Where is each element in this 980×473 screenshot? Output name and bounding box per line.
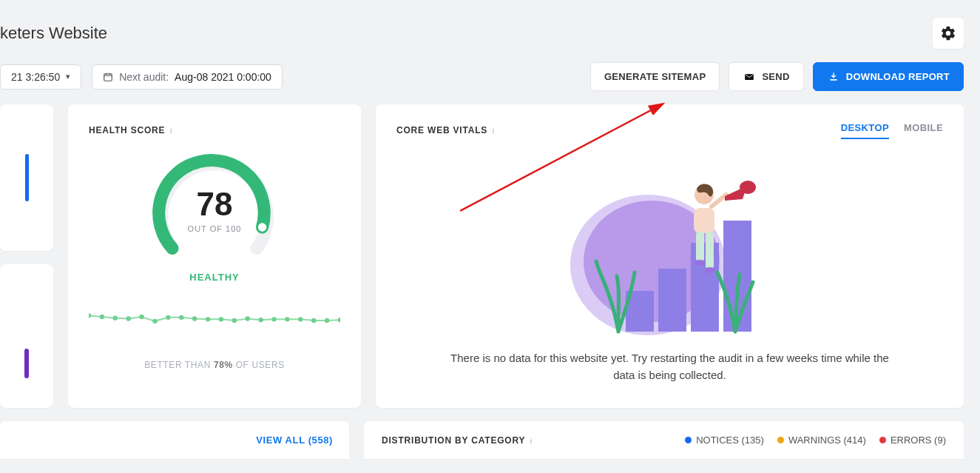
date-dropdown[interactable]: 21 3:26:50 ▾: [0, 64, 81, 90]
health-gauge: 78 OUT OF 100: [144, 143, 285, 269]
view-all-link[interactable]: VIEW ALL (558): [0, 421, 349, 459]
gear-icon: [940, 25, 956, 41]
svg-point-34: [695, 260, 705, 266]
health-score-card: HEALTH SCORE i 78 OUT OF 100 HEALTHY BET…: [68, 104, 361, 408]
svg-point-18: [271, 317, 276, 321]
distribution-card: DISTRIBUTION BY CATEGORY i NOTICES (135)…: [364, 421, 964, 459]
svg-rect-0: [104, 73, 112, 80]
download-report-label: DOWNLOAD REPORT: [846, 71, 950, 82]
svg-rect-33: [706, 232, 714, 269]
download-report-button[interactable]: DOWNLOAD REPORT: [813, 62, 964, 91]
health-score-value: 78: [144, 186, 285, 223]
next-audit-value: Aug-08 2021 0:00:00: [175, 71, 271, 83]
svg-point-15: [232, 318, 237, 323]
core-web-vitals-card: CORE WEB VITALS i DESKTOP MOBILE: [376, 104, 964, 408]
sidebar-card-b: [0, 264, 53, 408]
svg-point-6: [113, 315, 118, 320]
settings-button[interactable]: [933, 18, 964, 49]
svg-point-4: [89, 313, 91, 318]
svg-point-5: [100, 315, 104, 319]
chevron-down-icon: ▾: [66, 72, 70, 81]
svg-point-8: [139, 315, 143, 319]
vitals-empty-message: There is no data for this website yet. T…: [396, 350, 943, 383]
core-web-vitals-title: CORE WEB VITALS: [396, 125, 487, 135]
empty-state-illustration: [396, 143, 943, 343]
bar-chart-sliver-blue: [25, 154, 29, 201]
svg-rect-32: [696, 232, 704, 261]
svg-rect-28: [691, 243, 719, 332]
tab-desktop[interactable]: DESKTOP: [841, 122, 889, 139]
send-button[interactable]: SEND: [729, 62, 803, 91]
legend-errors: ERRORS (9): [879, 435, 946, 446]
info-icon[interactable]: i: [492, 126, 495, 135]
legend-notices: NOTICES (135): [685, 435, 764, 446]
svg-point-17: [258, 318, 263, 322]
svg-point-12: [192, 316, 197, 321]
info-icon[interactable]: i: [169, 126, 172, 135]
svg-point-36: [740, 181, 756, 194]
svg-point-19: [285, 317, 289, 321]
svg-rect-27: [658, 269, 686, 332]
calendar-icon: [103, 72, 113, 82]
svg-point-22: [325, 318, 329, 323]
mail-icon: [743, 72, 756, 82]
tab-mobile[interactable]: MOBILE: [904, 122, 943, 139]
svg-point-14: [219, 317, 223, 321]
send-label: SEND: [762, 71, 789, 82]
health-score-outof: OUT OF 100: [144, 224, 285, 233]
download-icon: [827, 72, 840, 82]
generate-sitemap-button[interactable]: GENERATE SITEMAP: [590, 62, 720, 91]
svg-point-7: [126, 316, 130, 321]
page-title: keters Website: [0, 24, 107, 43]
svg-point-20: [298, 317, 303, 321]
svg-point-10: [166, 315, 170, 320]
bar-chart-sliver-purple: [24, 349, 29, 378]
svg-rect-2: [830, 78, 837, 80]
svg-point-9: [152, 319, 157, 323]
svg-point-21: [311, 318, 316, 323]
svg-point-35: [705, 267, 715, 273]
health-sparkline: [89, 302, 340, 339]
better-than-text: BETTER THAN 78% OF USERS: [89, 360, 340, 370]
svg-point-11: [179, 315, 183, 320]
next-audit-chip[interactable]: Next audit: Aug-08 2021 0:00:00: [92, 64, 283, 90]
info-icon[interactable]: i: [530, 436, 533, 445]
svg-point-23: [338, 318, 340, 322]
svg-point-13: [206, 317, 210, 321]
legend-warnings: WARNINGS (414): [777, 435, 866, 446]
date-dropdown-value: 21 3:26:50: [11, 71, 60, 83]
distribution-title: DISTRIBUTION BY CATEGORY: [382, 435, 525, 446]
generate-sitemap-label: GENERATE SITEMAP: [604, 71, 706, 82]
sidebar-card-a: [0, 104, 53, 251]
svg-rect-30: [694, 208, 714, 233]
svg-point-16: [246, 316, 250, 321]
health-score-title: HEALTH SCORE: [89, 125, 165, 135]
next-audit-label: Next audit:: [119, 71, 169, 83]
